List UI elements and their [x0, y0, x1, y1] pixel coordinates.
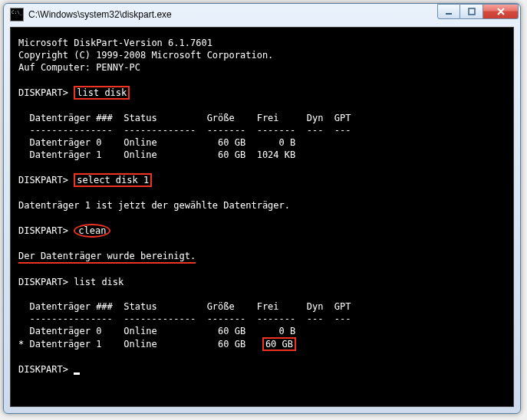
table-row-prefix: * Datenträger 1 Online 60 GB: [18, 339, 262, 349]
table-row: Datenträger 1 Online 60 GB 1024 KB: [18, 149, 295, 160]
prompt: DISKPART>: [18, 225, 68, 236]
table-row: Datenträger 0 Online 60 GB 0 B: [18, 326, 295, 336]
table-divider: --------------- ------------- ------- --…: [18, 125, 351, 136]
table-header: Datenträger ### Status Größe Frei Dyn GP…: [18, 113, 351, 123]
prompt: DISKPART>: [18, 87, 68, 98]
close-button[interactable]: [483, 4, 519, 19]
maximize-button[interactable]: [460, 4, 483, 19]
highlight-cleaned-msg: Der Datenträger wurde bereinigt.: [18, 250, 196, 264]
highlight-clean: clean: [74, 224, 110, 238]
cursor: [74, 372, 80, 375]
header-line: Auf Computer: PENNY-PC: [18, 62, 140, 73]
table-row: Datenträger 0 Online 60 GB 0 B: [18, 137, 295, 148]
svg-rect-0: [446, 13, 452, 15]
msg-selected: Datenträger 1 ist jetzt der gewählte Dat…: [18, 200, 290, 211]
window-controls: [437, 4, 519, 19]
titlebar[interactable]: C:\Windows\system32\diskpart.exe: [4, 4, 520, 25]
highlight-free-space: 60 GB: [262, 337, 296, 351]
prompt: DISKPART>: [18, 364, 68, 375]
table-divider: --------------- ------------- ------- --…: [18, 313, 351, 324]
highlight-list-disk: list disk: [74, 86, 130, 100]
prompt: DISKPART>: [18, 175, 68, 185]
prompt: DISKPART>: [18, 277, 68, 287]
highlight-select-disk: select disk 1: [74, 173, 152, 187]
terminal-output: Microsoft DiskPart-Version 6.1.7601 Copy…: [18, 37, 506, 376]
header-line: Copyright (C) 1999-2008 Microsoft Corpor…: [18, 50, 273, 61]
cmd-list-disk: list disk: [74, 277, 124, 287]
header-line: Microsoft DiskPart-Version 6.1.7601: [18, 38, 212, 48]
table-header: Datenträger ### Status Größe Frei Dyn GP…: [18, 301, 351, 312]
minimize-button[interactable]: [437, 4, 460, 19]
app-window: C:\Windows\system32\diskpart.exe Microso…: [3, 3, 521, 414]
cmd-icon: [10, 8, 24, 21]
svg-rect-1: [469, 8, 475, 15]
console-area[interactable]: Microsoft DiskPart-Version 6.1.7601 Copy…: [10, 27, 514, 407]
